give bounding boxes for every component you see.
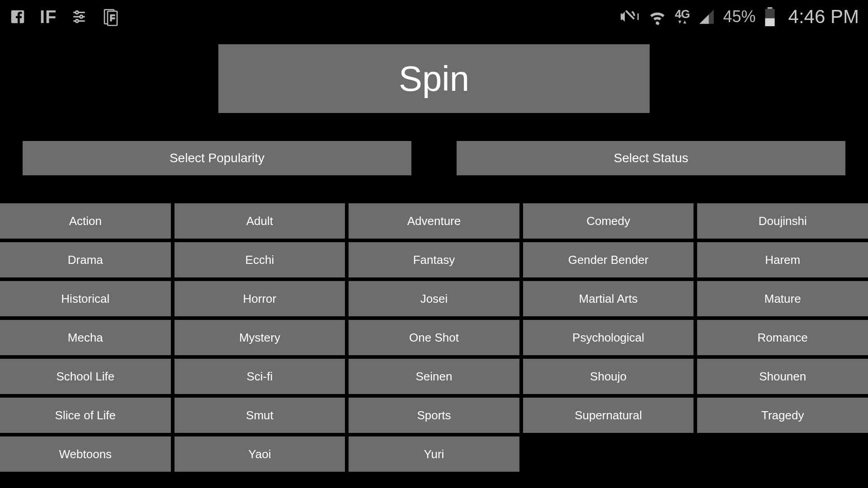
select-popularity-button[interactable]: Select Popularity	[23, 141, 411, 175]
svg-rect-11	[765, 19, 774, 27]
genre-button-mystery[interactable]: Mystery	[175, 320, 345, 355]
genre-button-drama[interactable]: Drama	[0, 242, 171, 277]
genre-button-ecchi[interactable]: Ecchi	[175, 242, 345, 277]
genre-button-one-shot[interactable]: One Shot	[349, 320, 519, 355]
genre-button-adventure[interactable]: Adventure	[349, 203, 519, 239]
select-status-button[interactable]: Select Status	[457, 141, 845, 175]
main-content: Spin Select Popularity Select Status Act…	[0, 33, 868, 472]
genre-button-school-life[interactable]: School Life	[0, 359, 171, 394]
genre-button-romance[interactable]: Romance	[697, 320, 868, 355]
genre-button-martial-arts[interactable]: Martial Arts	[523, 281, 694, 316]
genre-button-webtoons[interactable]: Webtoons	[0, 436, 171, 472]
genre-button-action[interactable]: Action	[0, 203, 171, 239]
genre-button-gender-bender[interactable]: Gender Bender	[523, 242, 694, 277]
facebook-icon	[9, 8, 26, 25]
spin-button[interactable]: Spin	[218, 44, 650, 113]
genre-button-slice-of-life[interactable]: Slice of Life	[0, 398, 171, 433]
svg-text:F: F	[110, 14, 115, 23]
genre-grid: ActionAdultAdventureComedyDoujinshiDrama…	[0, 203, 868, 472]
4g-lte-icon: 4G ▼▲	[675, 9, 690, 24]
vibrate-mute-icon	[620, 7, 640, 27]
battery-percent: 45%	[723, 7, 756, 26]
genre-button-shounen[interactable]: Shounen	[697, 359, 868, 394]
signal-icon	[698, 8, 715, 25]
status-bar-right: 4G ▼▲ 45% 4:46 PM	[620, 6, 859, 28]
genre-button-adult[interactable]: Adult	[175, 203, 345, 239]
genre-button-josei[interactable]: Josei	[349, 281, 519, 316]
battery-icon	[764, 7, 776, 26]
genre-button-tragedy[interactable]: Tragedy	[697, 398, 868, 433]
genre-button-comedy[interactable]: Comedy	[523, 203, 694, 239]
svg-point-3	[75, 11, 78, 14]
selector-row: Select Popularity Select Status	[0, 141, 868, 175]
genre-button-fantasy[interactable]: Fantasy	[349, 242, 519, 277]
status-bar: IF F 4G ▼▲ 45% 4:46 PM	[0, 0, 868, 33]
genre-button-mecha[interactable]: Mecha	[0, 320, 171, 355]
svg-point-5	[75, 19, 78, 22]
card-f-icon: F	[101, 7, 120, 26]
genre-button-seinen[interactable]: Seinen	[349, 359, 519, 394]
genre-button-yuri[interactable]: Yuri	[349, 436, 519, 472]
genre-button-mature[interactable]: Mature	[697, 281, 868, 316]
genre-button-sports[interactable]: Sports	[349, 398, 519, 433]
genre-button-historical[interactable]: Historical	[0, 281, 171, 316]
genre-button-psychological[interactable]: Psychological	[523, 320, 694, 355]
genre-button-harem[interactable]: Harem	[697, 242, 868, 277]
genre-button-horror[interactable]: Horror	[175, 281, 345, 316]
genre-button-supernatural[interactable]: Supernatural	[523, 398, 694, 433]
clock: 4:46 PM	[788, 6, 859, 28]
if-app-icon: IF	[40, 7, 57, 27]
settings-sliders-icon	[71, 8, 88, 25]
genre-button-doujinshi[interactable]: Doujinshi	[697, 203, 868, 239]
svg-point-4	[80, 15, 82, 18]
genre-button-sci-fi[interactable]: Sci-fi	[175, 359, 345, 394]
genre-button-smut[interactable]: Smut	[175, 398, 345, 433]
genre-button-yaoi[interactable]: Yaoi	[175, 436, 345, 472]
genre-button-shoujo[interactable]: Shoujo	[523, 359, 694, 394]
wifi-icon	[648, 7, 667, 26]
svg-rect-9	[767, 7, 772, 9]
status-bar-left: IF F	[9, 7, 120, 27]
